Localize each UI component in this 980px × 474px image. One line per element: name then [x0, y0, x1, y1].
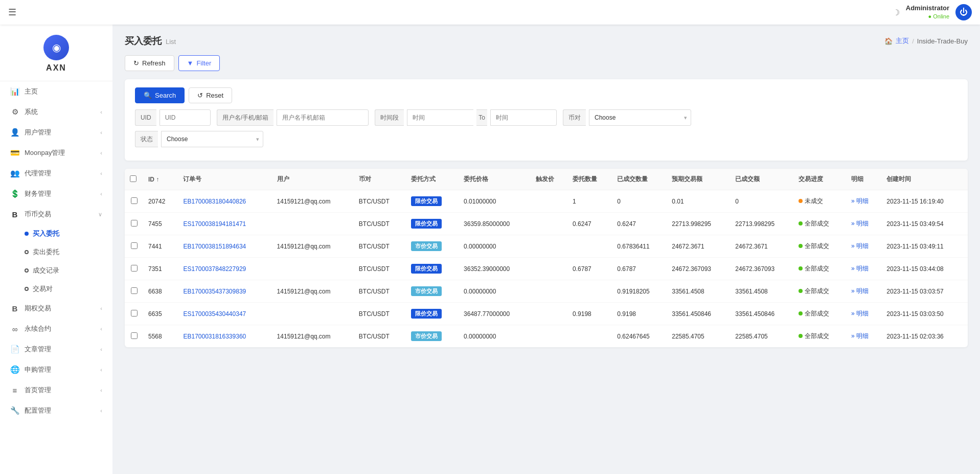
method-tag: 限价交易 — [411, 309, 442, 319]
cell-order-no: EB1700038151894634 — [178, 235, 271, 258]
moon-icon[interactable]: ☽ — [893, 8, 900, 17]
detail-link[interactable]: » 明细 — [851, 332, 876, 341]
method-tag: 限价交易 — [411, 219, 442, 229]
power-button[interactable]: ⏻ — [955, 4, 972, 20]
detail-link[interactable]: » 明细 — [851, 309, 876, 318]
refresh-button[interactable]: ↻ Refresh — [125, 55, 174, 71]
sidebar-item-label: 期权交易 — [25, 304, 51, 313]
order-id-link[interactable]: ES1700035430440347 — [183, 310, 246, 318]
breadcrumb: 🏠 主页 / Inside-Trade-Buy — [884, 36, 968, 46]
sidebar-item-user-mgmt[interactable]: 👤 用户管理 ‹ — [0, 122, 112, 143]
breadcrumb-home[interactable]: 主页 — [896, 36, 909, 46]
main-content: 买入委托 List 🏠 主页 / Inside-Trade-Buy ↻ Refr… — [112, 0, 980, 474]
dot-icon — [25, 268, 29, 273]
pair-select[interactable]: Choose — [589, 109, 691, 126]
status-select[interactable]: Choose — [161, 131, 263, 147]
to-label: To — [476, 109, 487, 126]
row-checkbox-cell — [125, 258, 143, 280]
sidebar-item-moonpay[interactable]: 💳 Moonpay管理 ‹ — [0, 143, 112, 163]
search-button[interactable]: 🔍 Search — [135, 87, 185, 103]
cell-progress: 全部成交 — [793, 258, 846, 280]
sidebar-item-perpetual[interactable]: ∞ 永续合约 ‹ — [0, 319, 112, 339]
sidebar-item-trade-record[interactable]: 成交记录 — [0, 261, 112, 280]
detail-link[interactable]: » 明细 — [851, 219, 876, 228]
cell-trigger — [531, 325, 567, 348]
content-area: 买入委托 List 🏠 主页 / Inside-Trade-Buy ↻ Refr… — [112, 25, 980, 357]
sidebar-sub-label: 买入委托 — [33, 229, 59, 238]
col-quantity: 委托数量 — [567, 169, 612, 190]
row-checkbox[interactable] — [131, 332, 138, 339]
filter-button[interactable]: ▼ Filter — [178, 55, 220, 71]
cell-expected: 24672.367093 — [667, 258, 730, 280]
page-subtitle: List — [166, 38, 176, 46]
sidebar-item-buy-entrust[interactable]: 买入委托 — [0, 224, 112, 243]
chevron-right-icon: ‹ — [100, 150, 102, 156]
detail-link[interactable]: » 明细 — [851, 287, 876, 296]
sidebar-item-home[interactable]: 📊 主页 — [0, 81, 112, 102]
time-end-input[interactable] — [490, 109, 557, 126]
reset-button[interactable]: ↺ Reset — [189, 87, 232, 103]
cell-price: 0.00000000 — [459, 235, 531, 258]
detail-link[interactable]: » 明细 — [851, 197, 876, 206]
order-id-link[interactable]: ES1700037848227929 — [183, 265, 246, 273]
sidebar-item-config[interactable]: 🔧 配置管理 ‹ — [0, 400, 112, 421]
sidebar-item-subscribe[interactable]: 🌐 申购管理 ‹ — [0, 359, 112, 380]
cell-expected: 22713.998295 — [667, 213, 730, 235]
chevron-right-icon: ‹ — [100, 109, 102, 115]
sidebar-item-futures[interactable]: B 期权交易 ‹ — [0, 298, 112, 319]
col-traded-amount: 已成交额 — [730, 169, 793, 190]
col-id[interactable]: ID ↑ — [143, 169, 178, 190]
table-row: 7351 ES1700037848227929 BTC/USDT 限价交易 36… — [125, 258, 968, 280]
sidebar-item-finance[interactable]: 💲 财务管理 ‹ — [0, 184, 112, 204]
order-id-link[interactable]: EB1700038151894634 — [183, 243, 246, 250]
sidebar-item-label: 文章管理 — [25, 345, 51, 354]
user-name: Administrator — [906, 4, 949, 13]
cell-detail: » 明细 — [846, 235, 881, 258]
sidebar-item-article[interactable]: 📄 文章管理 ‹ — [0, 339, 112, 359]
col-detail: 明细 — [846, 169, 881, 190]
order-id-link[interactable]: EB1700031816339360 — [183, 333, 246, 340]
chevron-right-icon: ‹ — [100, 305, 102, 311]
row-checkbox[interactable] — [131, 242, 138, 249]
sidebar-item-label: 申购管理 — [25, 365, 51, 374]
row-checkbox[interactable] — [131, 197, 138, 204]
user-icon: 👤 — [10, 128, 19, 137]
cell-price: 0.01000000 — [459, 190, 531, 213]
sidebar-item-coin-trade[interactable]: B 币币交易 ∨ — [0, 204, 112, 224]
filter-group-status: 状态 Choose — [135, 131, 263, 147]
order-id-link[interactable]: EB1700083180440826 — [183, 198, 246, 205]
cell-traded-qty: 0 — [612, 190, 667, 213]
row-checkbox[interactable] — [131, 265, 138, 272]
time-start-input[interactable] — [407, 109, 473, 126]
sidebar-item-agent[interactable]: 👥 代理管理 ‹ — [0, 163, 112, 184]
menu-icon[interactable]: ☰ — [8, 7, 16, 18]
cell-detail: » 明细 — [846, 258, 881, 280]
cell-trigger — [531, 280, 567, 303]
col-user: 用户 — [272, 169, 354, 190]
select-all-checkbox[interactable] — [130, 175, 136, 182]
row-checkbox-cell — [125, 213, 143, 235]
row-checkbox[interactable] — [131, 310, 138, 317]
sidebar-item-sell-entrust[interactable]: 卖出委托 — [0, 243, 112, 261]
cell-order-no: EB1700035437309839 — [178, 280, 271, 303]
sidebar-item-trade-pair[interactable]: 交易对 — [0, 280, 112, 298]
sidebar-item-system[interactable]: ⚙ 系统 ‹ — [0, 102, 112, 122]
agent-icon: 👥 — [10, 169, 19, 178]
cell-user: 14159121@qq.com — [272, 325, 354, 348]
cell-id: 7351 — [143, 258, 178, 280]
uid-input[interactable] — [159, 109, 211, 126]
user-input[interactable] — [277, 109, 369, 126]
reset-icon: ↺ — [197, 92, 203, 99]
cell-progress: 全部成交 — [793, 280, 846, 303]
row-checkbox[interactable] — [131, 220, 138, 227]
row-checkbox[interactable] — [131, 287, 138, 294]
dot-icon — [25, 287, 29, 291]
order-id-link[interactable]: ES1700038194181471 — [183, 220, 246, 228]
sidebar-item-label: 主页 — [25, 87, 38, 96]
detail-link[interactable]: » 明细 — [851, 264, 876, 273]
order-id-link[interactable]: EB1700035437309839 — [183, 288, 246, 295]
filter-group-time: 时间段 To — [375, 109, 557, 126]
topbar-left: ☰ — [8, 7, 16, 18]
detail-link[interactable]: » 明细 — [851, 242, 876, 251]
sidebar-item-home-mgmt[interactable]: ≡ 首页管理 ‹ — [0, 380, 112, 400]
